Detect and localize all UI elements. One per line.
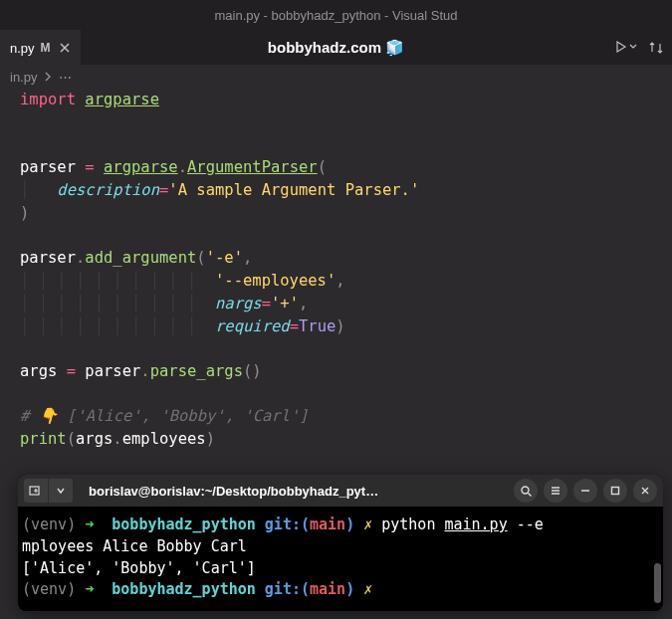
breadcrumb-file: in.py bbox=[10, 70, 37, 85]
minimize-icon[interactable] bbox=[573, 479, 597, 503]
center-title: bobbyhadz.com 🧊 bbox=[268, 39, 404, 57]
terminal-titlebar[interactable]: borislav@borislav:~/Desktop/bobbyhadz_py… bbox=[18, 475, 663, 507]
close-icon[interactable] bbox=[633, 479, 657, 503]
menu-icon[interactable] bbox=[544, 479, 567, 503]
breadcrumb[interactable]: in.py ⋯ bbox=[0, 65, 672, 89]
close-icon[interactable] bbox=[57, 40, 73, 56]
tab-main-py[interactable]: n.py M bbox=[0, 30, 81, 65]
tab-label: n.py bbox=[10, 41, 35, 56]
terminal-body[interactable]: (venv) ➜ bobbyhadz_python git:(main) ✗ p… bbox=[18, 507, 663, 611]
chevron-right-icon bbox=[43, 72, 53, 82]
scrollbar-thumb[interactable] bbox=[654, 563, 661, 603]
window-title-bar: main.py - bobbyhadz_python - Visual Stud bbox=[0, 0, 672, 30]
run-icon[interactable] bbox=[616, 40, 638, 56]
tab-modified-indicator: M bbox=[41, 41, 51, 55]
maximize-icon[interactable] bbox=[603, 479, 627, 503]
breadcrumb-more: ⋯ bbox=[59, 70, 72, 85]
window-title: main.py - bobbyhadz_python - Visual Stud bbox=[214, 8, 457, 23]
svg-point-1 bbox=[522, 487, 529, 494]
new-tab-icon[interactable] bbox=[24, 479, 48, 503]
editor-actions bbox=[616, 40, 664, 56]
terminal-window: borislav@borislav:~/Desktop/bobbyhadz_py… bbox=[18, 475, 663, 611]
tab-bar: n.py M bobbyhadz.com 🧊 bbox=[0, 30, 672, 65]
code-editor[interactable]: import argparse parser = argparse.Argume… bbox=[0, 89, 672, 461]
chevron-down-icon[interactable] bbox=[49, 479, 73, 503]
svg-rect-2 bbox=[612, 488, 619, 495]
git-compare-icon[interactable] bbox=[648, 40, 664, 56]
search-icon[interactable] bbox=[514, 479, 538, 503]
terminal-title: borislav@borislav:~/Desktop/bobbyhadz_py… bbox=[79, 484, 508, 499]
